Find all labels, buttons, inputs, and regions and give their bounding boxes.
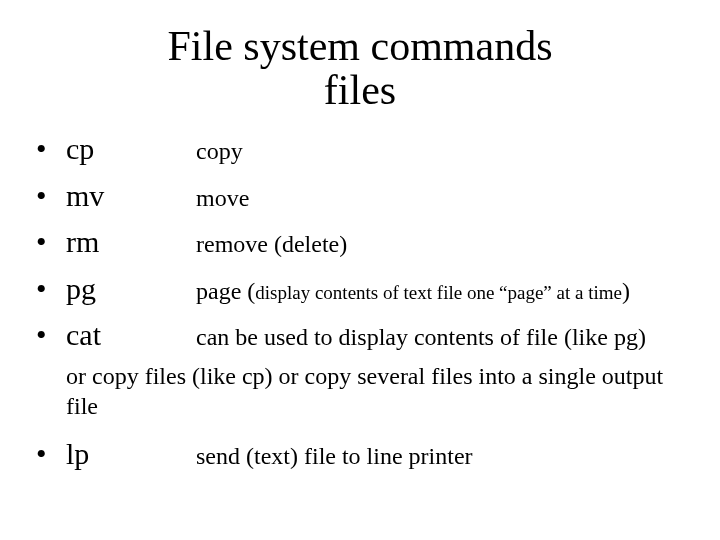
title-line-2: files	[324, 67, 396, 113]
bullet-icon: •	[36, 312, 66, 359]
command-desc: remove (delete)	[196, 226, 684, 263]
desc-post: )	[622, 278, 630, 304]
bullet-icon: •	[36, 266, 66, 313]
bullet-icon: •	[36, 431, 66, 478]
bullet-icon: •	[36, 173, 66, 220]
command-desc: send (text) file to line printer	[196, 438, 684, 475]
list-item: • cat can be used to display contents of…	[36, 312, 684, 359]
command-desc: page (display contents of text file one …	[196, 273, 684, 310]
bullet-icon: •	[36, 126, 66, 173]
command-name: rm	[66, 219, 196, 266]
title-line-1: File system commands	[168, 23, 553, 69]
list-item: • rm remove (delete)	[36, 219, 684, 266]
slide-body: • cp copy • mv move • rm remove (delete)…	[36, 126, 684, 477]
command-name: lp	[66, 431, 196, 478]
bullet-icon: •	[36, 219, 66, 266]
command-name: mv	[66, 173, 196, 220]
list-item: • pg page (display contents of text file…	[36, 266, 684, 313]
command-desc-continuation: or copy files (like cp) or copy several …	[66, 361, 684, 421]
command-name: cp	[66, 126, 196, 173]
slide: File system commands files • cp copy • m…	[0, 0, 720, 540]
command-name: pg	[66, 266, 196, 313]
slide-title: File system commands files	[36, 24, 684, 112]
list-item: • mv move	[36, 173, 684, 220]
desc-pre: page (	[196, 278, 255, 304]
command-desc: move	[196, 180, 684, 217]
command-desc: copy	[196, 133, 684, 170]
desc-paren: display contents of text file one “page”…	[255, 282, 622, 303]
command-name: cat	[66, 312, 196, 359]
command-desc: can be used to display contents of file …	[196, 319, 684, 356]
list-item: • lp send (text) file to line printer	[36, 431, 684, 478]
list-item: • cp copy	[36, 126, 684, 173]
